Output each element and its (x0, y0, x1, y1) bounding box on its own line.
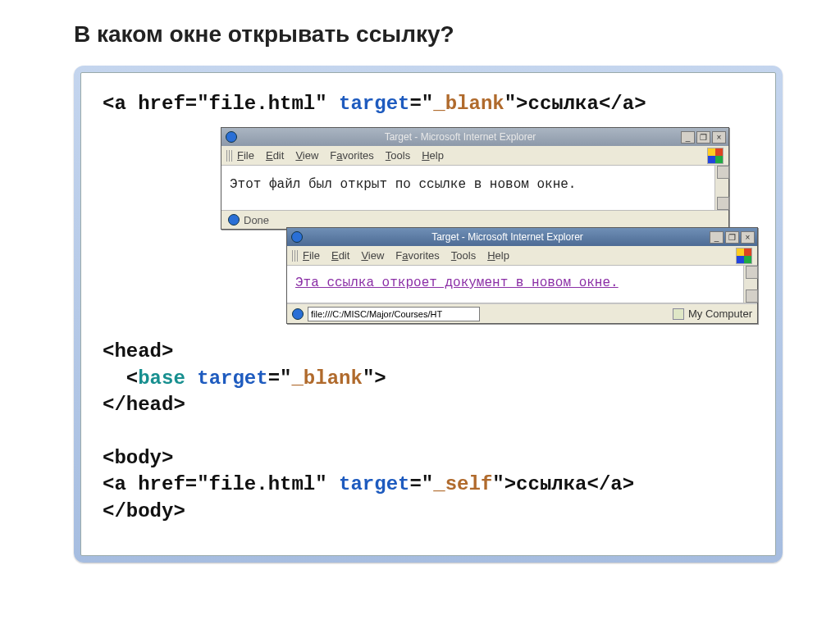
menu-favorites[interactable]: Favorites (330, 149, 373, 162)
val-self: _self (433, 473, 492, 495)
attr-target: target (197, 367, 267, 390)
code-text: ">ссылка</a> (504, 93, 646, 115)
browser-window-2: Target - Microsoft Internet Explorer _ ❐… (286, 227, 758, 324)
val-blank: _blank (433, 93, 504, 115)
code-text: <head> (103, 340, 173, 362)
code-text: =" (268, 367, 292, 390)
val-blank: _blank (291, 367, 362, 390)
zone-label: My Computer (688, 308, 752, 320)
code-text: < (103, 367, 138, 390)
browser-window-1: Target - Microsoft Internet Explorer _ ❐… (221, 127, 729, 230)
page-link[interactable]: Эта ссылка откроет документ в новом окне… (295, 276, 619, 290)
code-text: <a href="file.html" (103, 93, 339, 115)
code-text: =" (409, 93, 433, 115)
slide-title: В каком окне открывать ссылку? (74, 21, 783, 48)
attr-target: target (339, 473, 409, 495)
code-text: =" (409, 473, 433, 495)
menu-file[interactable]: File (237, 149, 254, 162)
page-text: Этот файл был открыт по ссылке в новом о… (230, 177, 576, 192)
menu-edit[interactable]: Edit (266, 149, 284, 162)
toolbar-grip-icon (292, 250, 298, 262)
code-text: </body> (103, 500, 185, 522)
menu-file[interactable]: File (303, 249, 320, 262)
minimize-button[interactable]: _ (710, 231, 724, 244)
menu-tools[interactable]: Tools (386, 149, 410, 162)
content-panel: <a href="file.html" target="_blank">ссыл… (80, 72, 776, 556)
minimize-button[interactable]: _ (681, 131, 695, 144)
menu-view[interactable]: View (295, 149, 318, 162)
code-text (185, 367, 197, 390)
computer-icon (673, 308, 684, 320)
menubar: File Edit View Favorites Tools Help (287, 246, 757, 266)
tag-base: base (138, 367, 185, 390)
window-titlebar[interactable]: Target - Microsoft Internet Explorer _ ❐… (221, 128, 728, 146)
menu-tools[interactable]: Tools (451, 249, 476, 262)
vertical-scrollbar[interactable] (714, 166, 728, 210)
ie-icon (226, 131, 237, 143)
ie-icon (228, 214, 240, 226)
browser-viewport: Этот файл был открыт по ссылке в новом о… (221, 166, 728, 211)
code-text: <a href="file.html" (103, 473, 339, 495)
menu-edit[interactable]: Edit (331, 249, 349, 262)
code-text: </head> (103, 394, 185, 416)
code-text: <body> (103, 447, 173, 469)
restore-button[interactable]: ❐ (725, 231, 739, 244)
ie-icon (292, 308, 304, 320)
status-text: Done (244, 214, 269, 226)
address-input[interactable] (308, 307, 480, 321)
toolbar-grip-icon (226, 150, 232, 162)
menu-favorites[interactable]: Favorites (395, 249, 439, 262)
address-bar-row: My Computer (287, 303, 757, 323)
window-titlebar[interactable]: Target - Microsoft Internet Explorer _ ❐… (287, 228, 757, 246)
code-text: ">ссылка</a> (492, 473, 634, 495)
close-button[interactable]: × (712, 131, 726, 144)
window-title: Target - Microsoft Internet Explorer (307, 231, 708, 243)
menu-help[interactable]: Help (487, 249, 509, 262)
code-text: "> (363, 367, 386, 390)
rounded-frame: <a href="file.html" target="_blank">ссыл… (74, 66, 783, 563)
restore-button[interactable]: ❐ (696, 131, 710, 144)
browser-viewport: Эта ссылка откроет документ в новом окне… (287, 266, 757, 303)
vertical-scrollbar[interactable] (743, 266, 757, 303)
menu-view[interactable]: View (361, 249, 384, 262)
code-sample-1: <a href="file.html" target="_blank">ссыл… (103, 91, 754, 117)
close-button[interactable]: × (741, 231, 755, 244)
attr-target: target (339, 93, 409, 115)
code-sample-2: <head> <base target="_blank"> </head> <b… (103, 339, 754, 525)
ie-icon (291, 231, 303, 243)
status-bar: Done (221, 211, 728, 229)
menu-help[interactable]: Help (422, 149, 444, 162)
menubar: File Edit View Favorites Tools Help (221, 146, 728, 166)
window-title: Target - Microsoft Internet Explorer (241, 131, 679, 143)
windows-logo-icon (736, 248, 752, 264)
windows-logo-icon (707, 148, 724, 164)
